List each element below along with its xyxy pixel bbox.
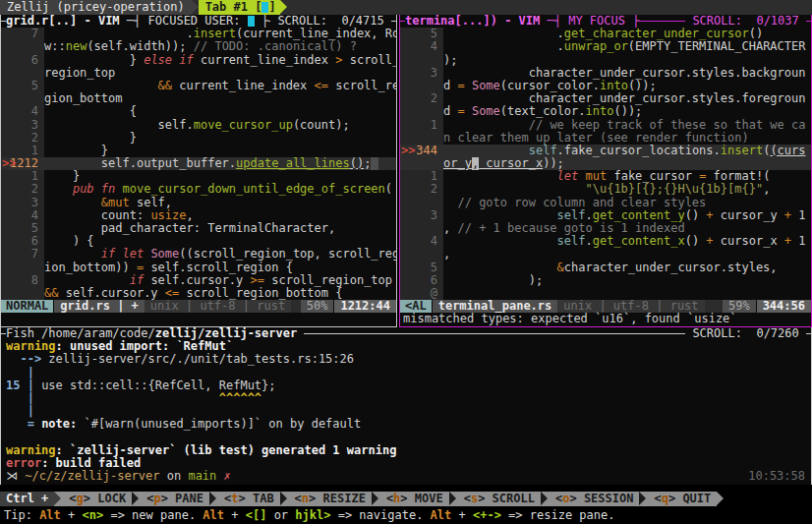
scroll-indicator: SCROLL: 0/7260 — [685, 327, 806, 340]
session-name: Zellij (pricey-operation) — [0, 0, 192, 15]
code-row: 7 .insert(current_line_index, Ro — [1, 28, 396, 40]
cursor-position: 1212:44 — [334, 300, 396, 313]
pane-title-fish: Fish /home/aram/code/ zellij/zellij-serv… — [1, 327, 811, 340]
code-row: 1 let mut fake_cursor = format!( — [400, 170, 811, 183]
separator-arrow-icon — [717, 492, 725, 506]
code-row: 6 ) { — [1, 235, 396, 248]
terminal-line — [1, 432, 811, 444]
pane-terminal-pane-rs[interactable]: termina[...]) - VIM ─┤ MY FOCUS ├ SCROLL… — [399, 15, 812, 327]
pane-title-text: Fish /home/aram/code/ — [6, 327, 155, 340]
code-row: 7 if let Some((scroll_region_top, scroll… — [1, 248, 396, 261]
cmdline-left — [1, 313, 396, 325]
code-row: gion_bottom — [1, 92, 396, 105]
zellij-screen: Zellij (pricey-operation) Tab #1 [] grid… — [0, 0, 812, 524]
keybind-bar: Ctrl + <g> LOCK<p> PANE<t> TAB<n> RESIZE… — [0, 492, 812, 506]
code-row: && self.cursor.y <= scroll_region_bottom… — [1, 287, 396, 300]
code-row: 4 self.get_content_x() + cursor_x + 1 — [400, 235, 811, 248]
code-row: 3 character_under_cursor.styles.backgrou… — [400, 67, 811, 80]
mode-ribbon-scroll[interactable]: <s> SCROLL — [458, 492, 541, 506]
terminal-line: | ^^^^^^ — [1, 392, 811, 405]
file-meta: unix | utf-8 | rust — [145, 300, 291, 313]
pane-fish-terminal[interactable]: Fish /home/aram/code/ zellij/zellij-serv… — [0, 327, 812, 485]
code-row: 3 self.move_cursor_up(count); — [1, 119, 396, 132]
scroll-indicator: SCROLL: 0/4715 — [270, 15, 391, 28]
pane-title-left: grid.r[..] - VIM ─┤ FOCUSED USER: ├ SCRO… — [1, 15, 396, 28]
clock: 10:53:58 — [748, 470, 805, 483]
mode-ribbon-quit[interactable]: <q> QUIT — [648, 492, 717, 506]
focused-user-label: ─┤ FOCUSED USER: — [127, 15, 248, 28]
user-presence-block — [261, 2, 268, 13]
cmdline-right: mismatched types: expected `u16`, found … — [400, 313, 811, 325]
fish-output: warning: unused import: `RefMut` --> zel… — [1, 340, 811, 483]
code-row: ); — [400, 54, 811, 67]
code-rows-right: 5 .get_character_under_cursor()4 .unwrap… — [400, 28, 811, 300]
my-focus-label: ─┤ MY FOCUS ├ — [548, 15, 640, 28]
code-row: 5 pad_character: TerminalCharacter, — [1, 222, 396, 235]
tip-bar: Tip: Alt + <n> => new pane. Alt + <[] or… — [0, 508, 812, 524]
separator-arrow-icon — [372, 492, 380, 506]
code-row: , — [400, 248, 811, 261]
terminal-line: warning: `zellij-server` (lib test) gene… — [1, 444, 811, 457]
code-row: 6 } else if current_line_index > scroll_ — [1, 54, 396, 67]
code-row: , // + 1 because goto is 1 indexed — [400, 222, 811, 235]
code-row: 4 { — [1, 105, 396, 118]
separator-arrow-icon — [192, 0, 199, 14]
scroll-percent: 50% — [301, 300, 334, 313]
separator-arrow-icon — [449, 492, 458, 506]
code-row: 5 .get_character_under_cursor() — [400, 28, 811, 40]
code-row: 3 self.get_content_y() + cursor_y + 1 — [400, 209, 811, 222]
pane-title-text: termina[...]) - VIM — [405, 15, 548, 28]
code-row: 5 && current_line_index <= scroll_re — [1, 80, 396, 92]
separator-arrow-icon — [54, 492, 63, 506]
file-name: grid.rs | + — [54, 300, 144, 313]
code-row: 3 &mut self, — [1, 197, 396, 209]
code-row: n clear them up later (see render functi… — [400, 132, 811, 145]
code-row: 1 // we keep track of these so that we c… — [400, 119, 811, 132]
code-row: d = Some(cursor_color.into()); — [400, 80, 811, 92]
mode-ribbon-lock[interactable]: <g> LOCK — [63, 492, 132, 506]
code-row: 4 .unwrap_or(EMPTY_TERMINAL_CHARACTER — [400, 40, 811, 53]
separator-arrow-icon — [209, 492, 218, 506]
code-row: 1 } — [1, 145, 396, 157]
code-row: w::new(self.width)); // TODO: .canonical… — [1, 40, 396, 53]
terminal-line: ⋊ ~/c/z/zellij-server on main ✗10:53:58 — [1, 470, 811, 483]
terminal-line: --> zellij-server/src/./unit/tab_tests.r… — [1, 353, 811, 366]
code-row: @ — [400, 287, 811, 300]
vim-mode: NORMAL — [1, 300, 53, 313]
mode-ribbon-pane[interactable]: <p> PANE — [141, 492, 209, 506]
mode-ribbon-move[interactable]: <h> MOVE — [380, 492, 449, 506]
code-row: region_top — [1, 67, 396, 80]
code-row: 2 pub fn move_cursor_down_until_edge_of_… — [1, 183, 396, 196]
statusline-left: NORMAL grid.rs | + unix | utf-8 | rust 5… — [1, 300, 396, 313]
separator-arrow-icon — [132, 492, 141, 506]
code-row: 4 count: usize, — [1, 209, 396, 222]
code-row: or_y, cursor_x)); — [400, 157, 811, 170]
focused-user-block — [248, 16, 255, 27]
mode-ribbon-resize[interactable]: <n> RESIZE — [289, 492, 372, 506]
cursor-position: 344:56 — [757, 300, 811, 313]
separator-arrow-icon — [280, 492, 289, 506]
tab-1[interactable]: Tab #1 [] — [199, 0, 280, 15]
code-row: 5 &character_under_cursor.styles, — [400, 262, 811, 274]
code-row: >>344 self.fake_cursor_locations.insert(… — [400, 145, 811, 157]
mode-ribbon-session[interactable]: <o> SESSION — [550, 492, 640, 506]
terminal-line: = note: `#[warn(unused_imports)]` on by … — [1, 418, 811, 431]
code-row: 2 "\u{1b}[{};{}H\u{1b}[m{}", — [400, 183, 811, 196]
code-row: 6 ); — [400, 274, 811, 287]
ctrl-prefix: Ctrl + — [0, 492, 54, 506]
pane-title-text: grid.r[..] - VIM — [6, 15, 127, 28]
code-row: 1 } — [1, 170, 396, 183]
pane-grid-rs[interactable]: grid.r[..] - VIM ─┤ FOCUSED USER: ├ SCRO… — [0, 15, 397, 327]
code-row: d = Some(text_color.into()); — [400, 105, 811, 118]
code-rows-left: 7 .insert(current_line_index, Row::new(s… — [1, 28, 396, 300]
code-row: 8 if self.cursor.y >= scroll_region_top — [1, 274, 396, 287]
terminal-line: | — [1, 367, 811, 379]
pane-title-right: termina[...]) - VIM ─┤ MY FOCUS ├ SCROLL… — [400, 15, 811, 28]
terminal-line: 15 | use std::cell::{RefCell, RefMut}; — [1, 379, 811, 392]
scroll-indicator: SCROLL: 0/1037 — [685, 15, 806, 28]
separator-arrow-icon — [280, 0, 287, 14]
tab-bar: Zellij (pricey-operation) Tab #1 [] — [0, 0, 812, 15]
code-row: 2 character_under_cursor.styles.foregrou… — [400, 92, 811, 105]
separator-arrow-icon — [541, 492, 550, 506]
mode-ribbon-tab[interactable]: <t> TAB — [218, 492, 280, 506]
